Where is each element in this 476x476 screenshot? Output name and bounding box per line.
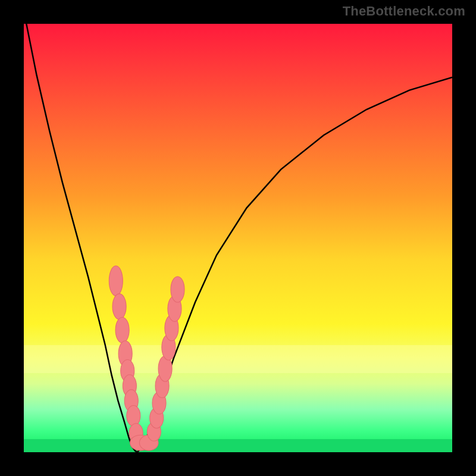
marker-point	[115, 317, 129, 343]
chart-frame: TheBottleneck.com	[0, 0, 476, 476]
marker-point	[171, 277, 184, 302]
attribution-text: TheBottleneck.com	[343, 4, 465, 19]
plot-area	[24, 24, 452, 452]
right-branch	[137, 77, 452, 452]
left-branch	[24, 24, 137, 452]
marker-point	[112, 294, 126, 320]
curve-layer	[24, 24, 452, 452]
marker-point	[127, 406, 140, 427]
marker-point	[109, 266, 123, 296]
